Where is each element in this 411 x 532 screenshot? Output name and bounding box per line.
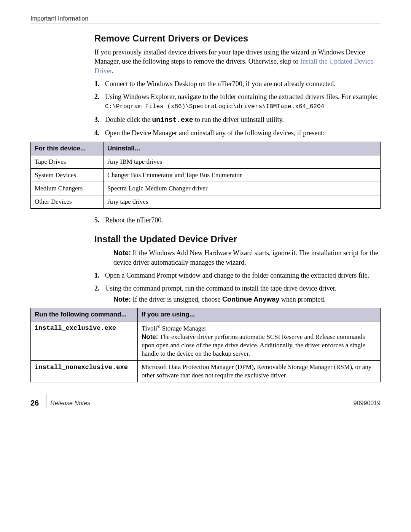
cell-device: Tape Drives (31, 155, 104, 168)
table-row: install_exclusive.exe Tivoli® Storage Ma… (31, 321, 381, 361)
page-footer: 26 Release Notes 90990019 (30, 394, 381, 407)
step-1: 1.Connect to the Windows Desktop on the … (94, 79, 381, 88)
heading-remove-drivers: Remove Current Drivers or Devices (94, 33, 381, 44)
heading-install-driver: Install the Updated Device Driver (94, 234, 381, 244)
step-text: Using Windows Explorer, navigate to the … (105, 93, 378, 101)
doc-title: Release Notes (50, 400, 354, 407)
cell-command: install_nonexclusive.exe (31, 361, 138, 382)
intro-text-post: . (112, 67, 114, 75)
note-text: The exclusive driver performs automatic … (142, 333, 365, 357)
note-label: Note: (113, 296, 131, 303)
code-cmd: install_exclusive.exe (35, 324, 116, 332)
cell-uninstall: Any tape drives (104, 195, 381, 209)
note-text-pre: If the driver is unsigned, choose (133, 296, 222, 303)
table-row: install_nonexclusive.exe Microsoft Data … (31, 361, 381, 382)
note-unsigned: Note: If the driver is unsigned, choose … (113, 295, 381, 304)
code-uninst: uninst.exe (152, 116, 193, 124)
step-text: Open a Command Prompt window and change … (105, 272, 369, 279)
note-text-post: when prompted. (279, 296, 325, 303)
th-uninstall: Uninstall... (104, 142, 381, 155)
footer-divider (46, 394, 46, 407)
cell-uninstall: Any IBM tape drives (104, 155, 381, 168)
step-text: Connect to the Windows Desktop on the nT… (105, 80, 336, 88)
th-device: For this device... (31, 142, 104, 155)
steps-remove-cont: 5.Reboot the nTier700. (94, 216, 381, 225)
table-devices: For this device... Uninstall... Tape Dri… (30, 142, 381, 209)
note-wizard: Note: If the Windows Add New Hardware Wi… (113, 248, 381, 267)
cell-using: Tivoli® Storage Manager Note: The exclus… (138, 321, 381, 361)
steps-remove: 1.Connect to the Windows Desktop on the … (94, 79, 381, 138)
table-header-row: Run the following command... If you are … (31, 308, 381, 321)
step-4: 4.Open the Device Manager and uninstall … (94, 128, 381, 137)
table-row: System Devices Changer Bus Enumerator an… (31, 168, 381, 182)
code-path: C:\Program Files (x86)\SpectraLogic\driv… (105, 103, 324, 110)
note-text: If the Windows Add New Hardware Wizard s… (113, 249, 378, 266)
note-bold: Continue Anyway (222, 296, 279, 303)
cell-uninstall: Changer Bus Enumerator and Tape Bus Enum… (104, 168, 381, 182)
doc-id: 90990019 (354, 400, 381, 407)
table-header-row: For this device... Uninstall... (31, 142, 381, 155)
cell-device: System Devices (31, 168, 104, 182)
tivoli-post: Storage Manager (160, 325, 206, 332)
step-1: 1.Open a Command Prompt window and chang… (94, 271, 381, 280)
th-command: Run the following command... (31, 308, 138, 321)
note-label: Note: (113, 249, 131, 257)
cell-uninstall: Spectra Logic Medium Changer driver (104, 182, 381, 195)
note-label: Note: (142, 333, 158, 340)
cell-device: Other Devices (31, 195, 104, 209)
table-commands: Run the following command... If you are … (30, 308, 381, 382)
cell-using: Microsoft Data Protection Manager (DPM),… (138, 361, 381, 382)
step-5: 5.Reboot the nTier700. (94, 216, 381, 225)
th-using: If you are using... (138, 308, 381, 321)
steps-install: 1.Open a Command Prompt window and chang… (94, 271, 381, 304)
page-number: 26 (30, 399, 46, 407)
step-2: 2. Using Windows Explorer, navigate to t… (94, 92, 381, 111)
intro-paragraph: If you previously installed device drive… (94, 48, 381, 75)
cell-command: install_exclusive.exe (31, 321, 138, 361)
table-row: Medium Changers Spectra Logic Medium Cha… (31, 182, 381, 195)
step-text-post: to run the driver uninstall utility. (193, 116, 284, 123)
running-header: Important Information (30, 15, 381, 24)
cell-device: Medium Changers (31, 182, 104, 195)
code-cmd: install_nonexclusive.exe (35, 364, 128, 371)
step-text: Using the command prompt, run the comman… (105, 284, 336, 292)
step-text: Reboot the nTier700. (105, 216, 163, 224)
step-text-pre: Double click the (105, 116, 152, 123)
step-text: Open the Device Manager and uninstall an… (105, 129, 325, 137)
table-row: Other Devices Any tape drives (31, 195, 381, 209)
step-2: 2. Using the command prompt, run the com… (94, 284, 381, 304)
step-3: 3. Double click the uninst.exe to run th… (94, 115, 381, 125)
tivoli-pre: Tivoli (142, 325, 157, 332)
table-row: Tape Drives Any IBM tape drives (31, 155, 381, 168)
